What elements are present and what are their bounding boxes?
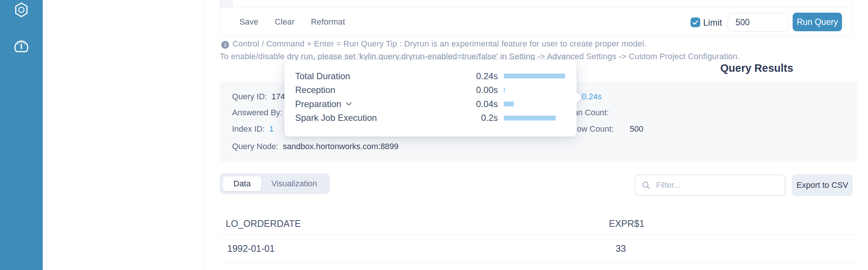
tip-line-1: Control / Command + Enter = Run Query Ti…: [232, 39, 646, 49]
check-icon: [692, 20, 698, 25]
tooltip-row-total-duration: Total Duration 0.24s: [295, 69, 565, 83]
editor-line-gutter: [220, 0, 233, 7]
query-node-row: Query Node: sandbox.hortonworks.com:8899: [232, 142, 399, 151]
settings-nut-icon[interactable]: [13, 2, 29, 18]
clear-button[interactable]: Clear: [275, 17, 295, 27]
column-header-lo-orderdate: LO_ORDERDATE: [226, 218, 301, 229]
query-results-title: Query Results: [720, 62, 793, 74]
dashboard-gauge-icon[interactable]: [13, 38, 29, 54]
panel-divider: [205, 0, 205, 270]
preparation-bar: [504, 102, 514, 106]
row-count-label: Row Count:: [571, 124, 614, 134]
index-id-link[interactable]: 1: [269, 124, 274, 134]
sidebar: [0, 0, 43, 270]
search-icon: [641, 180, 651, 190]
preparation-label: Preparation: [295, 99, 341, 109]
spark-job-execution-bar: [504, 116, 556, 120]
limit-input[interactable]: [728, 13, 788, 32]
preparation-value: 0.04s: [468, 99, 498, 109]
cell-expr1: 33: [616, 243, 626, 254]
reception-bar: [504, 88, 505, 93]
reception-value: 0.00s: [468, 85, 498, 95]
tab-visualization[interactable]: Visualization: [261, 176, 327, 191]
table-header-divider: [220, 235, 858, 235]
filter-field: [634, 174, 786, 196]
reformat-button[interactable]: Reformat: [311, 17, 345, 27]
spark-job-execution-value: 0.2s: [468, 113, 498, 123]
editor-toolbar-divider: [220, 7, 853, 8]
chevron-down-icon: [346, 102, 352, 106]
query-id-label: Query ID:: [232, 92, 267, 102]
preparation-toggle[interactable]: Preparation: [295, 99, 352, 109]
index-id-row: Index ID: 1: [232, 124, 274, 134]
index-id-label: Index ID:: [232, 124, 265, 134]
tooltip-row-spark-job-execution: Spark Job Execution 0.2s: [295, 111, 565, 125]
info-icon: i: [221, 41, 229, 49]
reception-label: Reception: [295, 85, 335, 95]
total-duration-value: 0.24s: [468, 71, 498, 81]
total-duration-bar: [504, 74, 565, 78]
query-id-row: Query ID: 174a: [232, 92, 290, 102]
duration-breakdown-tooltip: Total Duration 0.24s Reception 0.00s Pre…: [284, 60, 577, 136]
kylin-query-workspace: Save Clear Reformat Limit Run Query i Co…: [0, 0, 868, 270]
export-to-csv-button[interactable]: Export to CSV: [792, 174, 853, 196]
editor-toolbar-left: Save Clear Reformat: [239, 8, 345, 36]
filter-input[interactable]: [656, 180, 785, 190]
run-query-button[interactable]: Run Query: [793, 13, 842, 31]
query-node-value: sandbox.hortonworks.com:8899: [283, 142, 399, 151]
cell-lo-orderdate: 1992-01-01: [227, 243, 275, 254]
spark-job-execution-label: Spark Job Execution: [295, 113, 377, 123]
column-header-expr1: EXPR$1: [609, 218, 645, 229]
tooltip-row-preparation: Preparation 0.04s: [295, 97, 565, 111]
tab-data[interactable]: Data: [223, 176, 261, 191]
answered-by-label: Answered By:: [232, 108, 283, 118]
limit-checkbox[interactable]: [691, 17, 700, 27]
results-tabs: Data Visualization: [220, 173, 330, 194]
duration-link[interactable]: 0.24s: [582, 92, 602, 102]
answered-by-row: Answered By:: [232, 108, 283, 118]
tooltip-row-reception: Reception 0.00s: [295, 83, 565, 97]
row-count-value: 500: [630, 124, 643, 134]
query-node-label: Query Node:: [232, 142, 278, 151]
total-duration-label: Total Duration: [295, 71, 350, 81]
table-row-divider: [220, 263, 858, 263]
limit-label: Limit: [703, 18, 722, 28]
save-button[interactable]: Save: [239, 17, 258, 27]
